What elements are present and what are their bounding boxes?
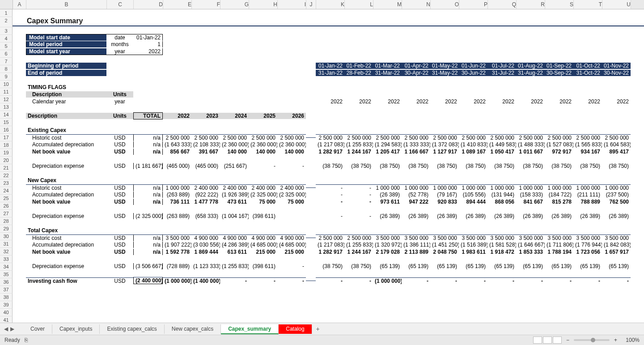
cell[interactable]: USD	[106, 242, 133, 248]
cell[interactable]: 1 869 444	[191, 249, 220, 255]
cell[interactable]: 4 900 000	[220, 234, 249, 241]
cell[interactable]: (2 360 000)	[249, 141, 277, 148]
cell[interactable]: (4 685 000)	[277, 242, 306, 248]
cell[interactable]: 2022	[373, 98, 402, 105]
cell[interactable]: 1 166 667	[402, 149, 430, 155]
cell[interactable]: 75 000	[277, 199, 306, 205]
cell[interactable]: 2 500 000	[316, 234, 344, 241]
cell[interactable]: 75 000	[249, 199, 277, 205]
cell[interactable]: Accumulated depreciation	[26, 141, 106, 148]
row-header[interactable]: 9	[0, 73, 13, 81]
cell[interactable]: 1 000 000	[602, 184, 631, 191]
cell[interactable]: 2022	[545, 98, 573, 105]
row-header[interactable]: 8	[0, 65, 13, 73]
cell[interactable]: (2 325 000)	[277, 192, 306, 198]
cell[interactable]: (38 750)	[344, 163, 373, 169]
cell[interactable]: 01-Nov-22	[602, 63, 631, 69]
cell[interactable]: 2026	[277, 113, 306, 119]
cell[interactable]: Units	[106, 91, 133, 98]
zoom-in-button[interactable]: +	[614, 337, 617, 343]
cell[interactable]: (26 389)	[602, 213, 631, 219]
cell[interactable]: year	[106, 98, 133, 105]
row-header[interactable]: 15	[0, 119, 13, 126]
cell[interactable]: -	[573, 277, 602, 284]
row-header[interactable]: 28	[0, 217, 13, 225]
zoom-out-button[interactable]: −	[566, 337, 569, 343]
cell[interactable]: 2022	[487, 98, 516, 105]
cell[interactable]: (1 181 667)	[133, 163, 163, 169]
cell[interactable]: (1 372 083)	[430, 141, 459, 148]
cell[interactable]: 31-Jul-22	[487, 70, 516, 76]
cell[interactable]: 2 500 000	[316, 134, 344, 141]
cell[interactable]: (3 506 667)	[133, 263, 163, 269]
cell[interactable]: -	[277, 263, 306, 269]
cell[interactable]: (65 139)	[430, 263, 459, 269]
cell[interactable]: (465 000)	[163, 163, 191, 169]
cell[interactable]: n/a	[133, 242, 163, 248]
cell[interactable]: (1 711 806)	[545, 242, 573, 248]
cell[interactable]: (4 286 389)	[220, 242, 249, 248]
row-header[interactable]: 40	[0, 309, 13, 316]
cell[interactable]: 2025	[249, 113, 277, 119]
col-header-L[interactable]: L	[345, 0, 373, 9]
row-header[interactable]: 1	[0, 9, 13, 17]
cell[interactable]: 1 000 000	[402, 184, 430, 191]
cell[interactable]: (26 389)	[459, 213, 487, 219]
cell[interactable]: (65 139)	[573, 263, 602, 269]
cell[interactable]: -	[249, 163, 277, 169]
row-header[interactable]: 12	[0, 96, 13, 103]
cell[interactable]: Model period	[26, 41, 106, 47]
cell[interactable]: (105 556)	[459, 192, 487, 198]
cell[interactable]: (4 685 000)	[249, 242, 277, 248]
row-header[interactable]: 17	[0, 134, 13, 141]
cell[interactable]: 1 244 167	[344, 149, 373, 155]
cell[interactable]: 01-Feb-22	[344, 63, 373, 69]
cell[interactable]: (1 643 333)	[163, 141, 191, 148]
cell[interactable]: 2022	[516, 98, 545, 105]
row-header[interactable]: 27	[0, 210, 13, 217]
cell[interactable]: (38 750)	[344, 263, 373, 269]
cell[interactable]: Total Capex	[26, 227, 106, 234]
view-normal-icon[interactable]	[533, 336, 542, 344]
cell[interactable]: 3 500 000	[573, 234, 602, 241]
cell[interactable]: (65 139)	[602, 263, 631, 269]
cell[interactable]: (2 360 000)	[277, 141, 306, 148]
cell[interactable]: TOTAL	[133, 112, 163, 119]
sheet-tab-capex-inputs[interactable]: Capex_inputs	[52, 324, 100, 334]
cell[interactable]: -	[344, 213, 373, 219]
cell[interactable]: 01-Jan-22	[316, 63, 344, 69]
row-header[interactable]: 32	[0, 248, 13, 256]
cell[interactable]: (65 139)	[516, 263, 545, 269]
cell[interactable]: 1 000 000	[516, 184, 545, 191]
cell[interactable]: 1	[133, 41, 163, 47]
sheet-tab-cover[interactable]: Cover	[23, 324, 52, 334]
row-header[interactable]: 41	[0, 316, 13, 323]
cell[interactable]: Net book value	[26, 149, 106, 155]
cell[interactable]: -	[487, 277, 516, 284]
cell[interactable]: TIMING FLAGS	[26, 84, 106, 90]
cell[interactable]: 4 900 000	[249, 234, 277, 241]
cell[interactable]: -	[220, 277, 249, 284]
cell[interactable]: 31-Jan-22	[316, 70, 344, 76]
col-header-A[interactable]: A	[13, 0, 26, 9]
row-header[interactable]: 26	[0, 202, 13, 210]
cell[interactable]: Existing Capex	[26, 127, 106, 133]
cell[interactable]: n/a	[133, 184, 163, 191]
cell[interactable]: (38 750)	[602, 163, 631, 169]
cell[interactable]: 2 500 000	[277, 134, 306, 141]
cell[interactable]: 613 611	[220, 249, 249, 255]
sheet-tab-existing-capex-calcs[interactable]: Existing capex_calcs	[100, 324, 164, 334]
cell[interactable]: 972 917	[545, 149, 573, 155]
cell[interactable]: 1 244 167	[344, 249, 373, 255]
cell[interactable]: 815 278	[545, 199, 573, 205]
cell[interactable]: (1 255 833)	[344, 242, 373, 248]
cell[interactable]: 3 500 000	[487, 234, 516, 241]
cell[interactable]: 01-Mar-22	[373, 63, 402, 69]
cell[interactable]: Net book value	[26, 199, 106, 205]
cell[interactable]: (38 750)	[545, 163, 573, 169]
cell[interactable]: 894 444	[459, 199, 487, 205]
row-header[interactable]: 11	[0, 88, 13, 96]
cell[interactable]: (1 217 083)	[316, 141, 344, 148]
cell[interactable]: (658 333)	[191, 213, 220, 219]
cell[interactable]: (1 400 000)	[191, 277, 220, 284]
